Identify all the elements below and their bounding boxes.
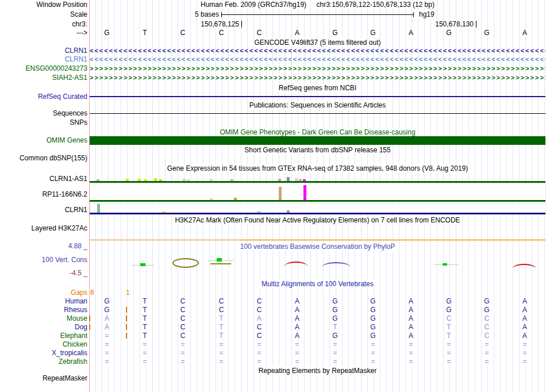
alignment-base: A bbox=[406, 324, 416, 331]
alignment-base: A bbox=[520, 332, 529, 340]
ruler-base: G bbox=[368, 29, 378, 37]
alignment-base: = bbox=[293, 349, 302, 357]
alignment-base: = bbox=[368, 358, 378, 366]
gtex-expression-bar bbox=[163, 212, 166, 213]
ruler-base: G bbox=[444, 29, 453, 37]
alignment-base: C bbox=[482, 315, 491, 322]
alignment-base: = bbox=[444, 358, 453, 366]
alignment-base: = bbox=[140, 358, 149, 366]
alignment-base: A bbox=[520, 306, 529, 314]
ruler-base: G bbox=[102, 29, 111, 37]
alignment-base: G bbox=[330, 315, 340, 322]
alignment-base: = bbox=[102, 341, 111, 348]
alignment-base: = bbox=[482, 341, 491, 348]
conservation-glyph bbox=[443, 263, 447, 266]
alignment-base: = bbox=[482, 349, 491, 357]
alignment-base: C bbox=[255, 298, 264, 305]
alignment-base: A bbox=[255, 315, 264, 322]
alignment-base: G bbox=[102, 306, 111, 314]
alignment-base: = bbox=[330, 341, 340, 348]
alignment-base: = bbox=[406, 358, 416, 366]
ruler-base: A bbox=[293, 29, 302, 37]
alignment-base: G bbox=[444, 298, 453, 305]
alignment-base: C bbox=[482, 324, 491, 331]
alignment-base: = bbox=[293, 341, 302, 348]
alignment-gap-tick bbox=[126, 307, 127, 313]
alignment-base: T bbox=[140, 298, 149, 305]
alignment-base: = bbox=[102, 332, 111, 340]
alignment-base: G bbox=[368, 324, 378, 331]
alignment-base: A bbox=[406, 315, 416, 322]
alignment-base: = bbox=[255, 341, 264, 348]
alignment-base: T bbox=[217, 332, 226, 340]
alignment-gap-tick bbox=[126, 316, 127, 321]
gtex-expression-bar bbox=[303, 185, 306, 200]
alignment-base: = bbox=[520, 358, 529, 366]
alignment-base: T bbox=[217, 324, 226, 331]
alignment-base: A bbox=[102, 315, 111, 322]
alignment-base: = bbox=[178, 341, 187, 348]
alignment-base: G bbox=[368, 298, 378, 305]
alignment-base: = bbox=[482, 358, 491, 366]
alignment-base: T bbox=[140, 306, 149, 314]
gtex-expression-bar bbox=[287, 210, 290, 213]
alignment-base: C bbox=[255, 332, 264, 340]
alignment-base: = bbox=[368, 349, 378, 357]
conservation-glyph bbox=[140, 263, 145, 266]
alignment-base: = bbox=[102, 358, 111, 366]
alignment-base: C bbox=[255, 324, 264, 331]
gtex-expression-bar bbox=[183, 179, 186, 181]
alignment-base: = bbox=[178, 358, 187, 366]
conservation-glyph bbox=[172, 258, 199, 268]
ruler-base: A bbox=[406, 29, 416, 37]
alignment-base: T bbox=[444, 324, 453, 331]
gtex-expression-bar bbox=[97, 204, 100, 213]
alignment-base: T bbox=[444, 332, 453, 340]
alignment-base: T bbox=[330, 324, 340, 331]
alignment-base: = bbox=[520, 341, 529, 348]
alignment-base: = bbox=[178, 349, 187, 357]
ruler-base: A bbox=[520, 29, 529, 37]
alignment-base: C bbox=[178, 315, 187, 322]
gtex-expression-bar bbox=[138, 179, 141, 181]
ruler-base: T bbox=[140, 29, 149, 37]
alignment-base: A bbox=[406, 332, 416, 340]
alignment-base: C bbox=[178, 298, 187, 305]
alignment-base: = bbox=[444, 341, 453, 348]
alignment-gap-count: 6 bbox=[90, 289, 94, 297]
alignment-base: = bbox=[217, 349, 226, 357]
alignment-base: G bbox=[330, 306, 340, 314]
ruler-base: C bbox=[217, 29, 226, 37]
ruler-base: C bbox=[255, 29, 264, 37]
alignment-base: C bbox=[178, 306, 187, 314]
gtex-expression-bar bbox=[154, 178, 157, 181]
gtex-expression-bar bbox=[144, 179, 147, 181]
gtex-expression-bar bbox=[210, 179, 213, 181]
alignment-gap-tick bbox=[126, 333, 127, 339]
alignment-base: = bbox=[406, 349, 416, 357]
gtex-expression-bar bbox=[287, 177, 290, 181]
alignment-base: C bbox=[217, 306, 226, 314]
alignment-base: = bbox=[255, 349, 264, 357]
alignment-base: = bbox=[520, 349, 529, 357]
alignment-base: G bbox=[482, 306, 491, 314]
alignment-base: T bbox=[217, 315, 226, 322]
alignment-base: T bbox=[140, 324, 149, 331]
alignment-base: = bbox=[330, 349, 340, 357]
alignment-base: = bbox=[293, 358, 302, 366]
alignment-gap-tick bbox=[89, 324, 90, 330]
gtex-expression-bar bbox=[187, 179, 190, 181]
conservation-glyph bbox=[322, 262, 351, 267]
alignment-base: A bbox=[293, 298, 302, 305]
alignment-base: A bbox=[520, 298, 529, 305]
alignment-base: = bbox=[102, 349, 111, 357]
alignment-base: = bbox=[255, 358, 264, 366]
alignment-base: T bbox=[140, 315, 149, 322]
alignment-base: = bbox=[444, 349, 453, 357]
gene-strand-arrows: <<<<<<<<<<<<<<<<<<<<<<<<<<<<<<<<<<<<<<<<… bbox=[90, 56, 545, 63]
alignment-base: A bbox=[406, 306, 416, 314]
alignment-base: G bbox=[368, 315, 378, 322]
gtex-expression-bar bbox=[257, 211, 260, 213]
conservation-glyph bbox=[210, 263, 231, 264]
conservation-glyph bbox=[513, 264, 536, 268]
